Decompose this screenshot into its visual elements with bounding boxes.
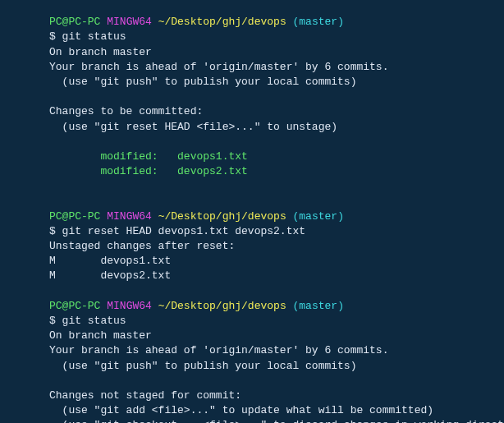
prompt-branch: master — [299, 300, 337, 312]
prompt-close: ) — [337, 210, 344, 223]
prompt-mingw: MINGW64 — [107, 16, 152, 28]
prompt-close: ) — [337, 300, 344, 312]
prompt-user: PC@PC-PC — [49, 210, 100, 223]
output-line: (use "git reset HEAD <file>..." to unsta… — [49, 121, 337, 133]
output-line: (use "git push" to publish your local co… — [49, 360, 356, 372]
prompt-mingw: MINGW64 — [107, 300, 152, 312]
output-line: Changes to be committed: — [49, 105, 203, 117]
modified-line: modified: devops2.txt — [49, 165, 248, 177]
prompt-user: PC@PC-PC — [49, 300, 100, 312]
terminal-output[interactable]: PC@PC-PC MINGW64 ~/Desktop/ghj/devops (m… — [0, 0, 504, 423]
output-line: M devops1.txt — [49, 255, 171, 267]
output-line: On branch master — [49, 46, 152, 58]
output-line: (use "git checkout -- <file>..." to disc… — [49, 419, 504, 423]
prompt-branch: master — [299, 210, 337, 223]
prompt-close: ) — [337, 16, 344, 28]
output-line: Your branch is ahead of 'origin/master' … — [49, 344, 388, 356]
output-line: (use "git add <file>..." to update what … — [49, 404, 433, 416]
prompt-branch: master — [299, 16, 337, 28]
output-line: Unstaged changes after reset: — [49, 240, 235, 252]
output-line: Changes not staged for commit: — [49, 389, 241, 402]
cmd-line: $ git status — [49, 315, 126, 327]
cmd-line: $ git status — [49, 30, 126, 43]
output-line: M devops2.txt — [49, 269, 171, 282]
prompt-path: ~/Desktop/ghj/devops — [158, 16, 286, 28]
modified-line: modified: devops1.txt — [49, 150, 248, 163]
prompt-path: ~/Desktop/ghj/devops — [158, 210, 286, 223]
output-line: On branch master — [49, 329, 152, 342]
output-line: (use "git push" to publish your local co… — [49, 76, 356, 88]
prompt-path: ~/Desktop/ghj/devops — [158, 300, 286, 312]
prompt-mingw: MINGW64 — [107, 210, 152, 223]
cmd-line: $ git reset HEAD devops1.txt devops2.txt — [49, 225, 305, 237]
prompt-user: PC@PC-PC — [49, 16, 100, 28]
output-line: Your branch is ahead of 'origin/master' … — [49, 61, 388, 73]
